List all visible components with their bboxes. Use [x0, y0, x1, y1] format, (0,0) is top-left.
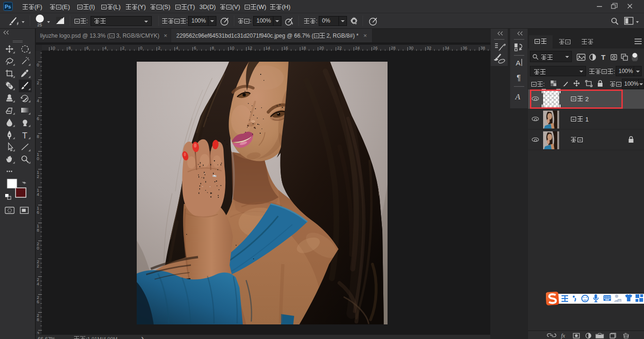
svg-text:3: 3 — [37, 331, 39, 334]
svg-text:12: 12 — [248, 46, 252, 50]
svg-text:fx: fx — [561, 332, 565, 339]
svg-text:2: 2 — [37, 264, 39, 268]
svg-text:38: 38 — [480, 46, 485, 50]
svg-text:Ps: Ps — [5, 4, 11, 9]
svg-text:34: 34 — [445, 46, 449, 50]
svg-text:2: 2 — [122, 46, 124, 50]
svg-text:A: A — [516, 59, 520, 67]
svg-text:8: 8 — [68, 46, 71, 50]
svg-text:14: 14 — [265, 46, 270, 50]
svg-text:24: 24 — [355, 46, 360, 50]
svg-text:4: 4 — [37, 192, 39, 197]
svg-text:28: 28 — [391, 46, 396, 50]
svg-text:T: T — [601, 53, 605, 61]
svg-text:6: 6 — [37, 210, 39, 215]
svg-text:T: T — [22, 131, 27, 140]
svg-text:26: 26 — [373, 46, 378, 50]
svg-text:6: 6 — [86, 46, 89, 50]
svg-text:18: 18 — [301, 46, 306, 50]
svg-text:36: 36 — [462, 46, 467, 50]
svg-text:4: 4 — [37, 282, 39, 286]
svg-text:11: 11 — [618, 299, 621, 302]
svg-text:30: 30 — [409, 46, 413, 50]
svg-text:0: 0 — [37, 246, 39, 250]
svg-text:6: 6 — [37, 116, 39, 121]
svg-text:20: 20 — [319, 46, 324, 50]
svg-text:8: 8 — [37, 317, 39, 322]
svg-text:32: 32 — [427, 46, 431, 50]
svg-text:¶: ¶ — [517, 74, 521, 82]
svg-text:10: 10 — [230, 46, 234, 50]
svg-text:6: 6 — [194, 46, 196, 50]
svg-text:10: 10 — [50, 46, 55, 50]
svg-text:8: 8 — [37, 228, 39, 233]
svg-text:0: 0 — [37, 156, 39, 161]
svg-text:16: 16 — [283, 46, 288, 50]
svg-text:22: 22 — [337, 46, 342, 50]
svg-text:2: 2 — [158, 46, 160, 50]
svg-text:8: 8 — [212, 46, 214, 50]
svg-text:4: 4 — [104, 46, 107, 50]
svg-text:8: 8 — [37, 134, 39, 139]
svg-text:A: A — [515, 92, 520, 101]
svg-text:4: 4 — [176, 46, 178, 50]
svg-text:6: 6 — [37, 299, 39, 304]
svg-text:0: 0 — [140, 46, 142, 50]
svg-text:2: 2 — [37, 174, 39, 179]
svg-text:2: 2 — [37, 81, 39, 85]
svg-text:0: 0 — [37, 63, 39, 67]
svg-text:4: 4 — [37, 98, 39, 103]
